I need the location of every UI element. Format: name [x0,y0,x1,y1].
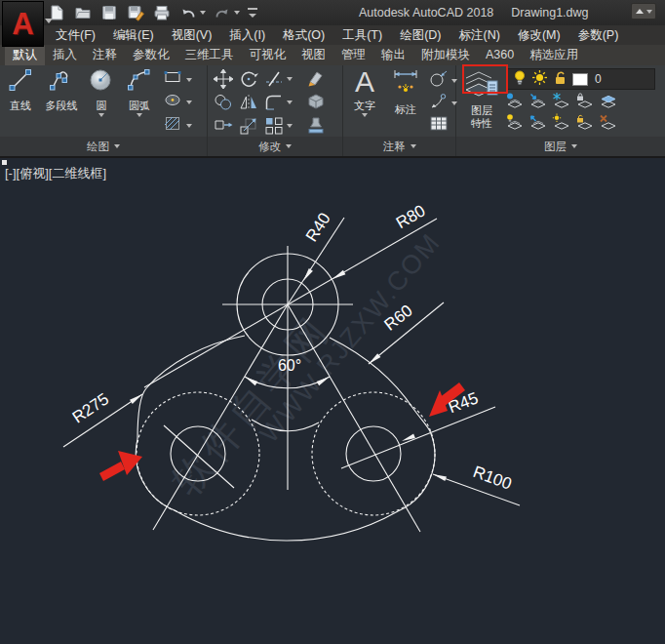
circle-button[interactable]: 圆 [85,67,118,117]
offset-button[interactable] [305,115,327,137]
dim-style-button[interactable] [429,70,457,92]
undo-dropdown-icon[interactable] [200,11,206,15]
array-flyout-icon[interactable] [287,124,293,128]
tab-insert[interactable]: 插入 [45,45,85,65]
panel-annotate-footer[interactable]: 注释 [343,137,455,156]
menu-dimension[interactable]: 标注(N) [450,25,509,45]
ribbon-minimize-button[interactable] [631,3,656,20]
tab-a360[interactable]: A360 [478,45,522,65]
layer-isolate-button[interactable] [528,92,549,111]
fillet-button[interactable] [263,92,285,113]
current-layer-name[interactable]: 0 [595,72,602,86]
right-dashed-circle [312,392,435,515]
leader-button[interactable] [429,93,457,114]
tab-annotate[interactable]: 注释 [85,45,125,65]
dimension-button[interactable]: 标注 [386,67,425,117]
trim-icon [263,68,285,90]
save-icon[interactable] [99,3,119,22]
bulb-icon[interactable] [512,69,528,90]
tab-featured-apps[interactable]: 精选应用 [522,45,586,65]
tab-3d-tools[interactable]: 三维工具 [177,45,242,65]
redo-icon[interactable] [213,3,232,22]
dim-style-icon [429,70,449,92]
unlock-icon[interactable] [552,69,568,90]
stretch-button[interactable] [213,115,234,137]
undo-icon[interactable] [178,3,198,22]
layer-color-swatch[interactable] [572,73,588,86]
tab-view[interactable]: 视图 [293,45,333,65]
tab-output[interactable]: 输出 [373,45,413,65]
panel-modify-footer[interactable]: 修改 [208,137,342,156]
tab-add-ins[interactable]: 附加模块 [413,45,478,65]
save-as-icon[interactable] [126,3,145,22]
layer-on-icon [504,113,526,133]
menu-file[interactable]: 文件(F) [47,25,104,45]
ellipse-button[interactable] [164,93,192,111]
layer-control[interactable]: 0 [507,68,655,90]
menu-edit[interactable]: 编辑(E) [104,25,163,45]
explode-button[interactable] [305,92,327,113]
erase-button[interactable] [305,68,327,90]
qat-customize-icon[interactable] [247,6,258,20]
fillet-flyout-icon[interactable] [287,101,293,104]
mirror-button[interactable] [238,92,259,113]
layer-freeze-button[interactable] [551,92,572,111]
trim-flyout-icon[interactable] [287,77,293,81]
text-button[interactable]: A 文字 [345,67,384,117]
layer-on-button[interactable] [504,113,526,133]
logo-dropdown-icon[interactable] [45,19,53,23]
circle-flyout-icon[interactable] [98,113,104,117]
text-flyout-icon[interactable] [362,113,368,117]
layer-lock-button[interactable] [574,92,596,111]
rectangle-button[interactable] [164,70,192,89]
menu-modify[interactable]: 修改(M) [509,25,569,45]
explode-icon [305,92,327,113]
trim-button[interactable] [263,68,285,90]
drawing-canvas[interactable]: [-][俯视][二维线框] 软件自学网 WWW.RJZXW.COM [0,158,665,644]
line-button[interactable]: 直线 [2,67,39,113]
layer-off-button[interactable] [504,92,526,111]
menu-format[interactable]: 格式(O) [274,25,333,45]
rectangle-icon [164,70,183,89]
panel-layers-footer[interactable]: 图层 [456,137,665,156]
polyline-button[interactable]: 多段线 [40,67,83,113]
layer-unisolate-button[interactable] [528,113,549,133]
watermark: 软件自学网 WWW.RJZXW.COM [164,227,446,503]
array-button[interactable] [263,115,285,137]
layer-thaw-button[interactable] [551,113,572,133]
sun-icon[interactable] [531,69,548,90]
menu-tools[interactable]: 工具(T) [333,25,391,45]
tab-parametric[interactable]: 参数化 [125,45,177,65]
hatch-button[interactable] [164,115,192,136]
viewport-controls[interactable]: [-][俯视][二维线框] [5,165,106,182]
menu-insert[interactable]: 插入(I) [220,25,274,45]
open-icon[interactable] [73,3,93,22]
layer-delete-button[interactable] [598,113,619,133]
arc-flyout-icon[interactable] [137,113,142,117]
array-icon [263,115,285,137]
tab-manage[interactable]: 管理 [333,45,373,65]
layer-unlock-button[interactable] [574,113,596,133]
arc-button[interactable]: 圆弧 [120,67,159,117]
layer-merge-button[interactable] [598,92,619,111]
copy-button[interactable] [213,92,234,113]
layer-off-icon [504,92,526,111]
dim-label-angle: 60° [278,357,301,374]
redo-dropdown-icon[interactable] [234,11,240,15]
menubar: 文件(F) 编辑(E) 视图(V) 插入(I) 格式(O) 工具(T) 绘图(D… [0,25,665,45]
move-button[interactable] [213,68,234,90]
plot-icon[interactable] [152,3,172,22]
menu-parametric[interactable]: 参数(P) [569,25,628,45]
panel-draw-footer[interactable]: 绘图 [0,137,207,156]
rotate-button[interactable] [238,68,259,90]
tab-visualize[interactable]: 可视化 [242,45,294,65]
line-icon [8,67,33,97]
table-button[interactable] [429,115,449,136]
table-icon [429,115,449,136]
erase-icon [305,68,327,90]
menu-view[interactable]: 视图(V) [163,25,221,45]
scale-button[interactable] [238,115,259,137]
tab-default[interactable]: 默认 [5,45,45,65]
menu-draw[interactable]: 绘图(D) [391,25,450,45]
autocad-logo[interactable]: A [2,1,44,47]
